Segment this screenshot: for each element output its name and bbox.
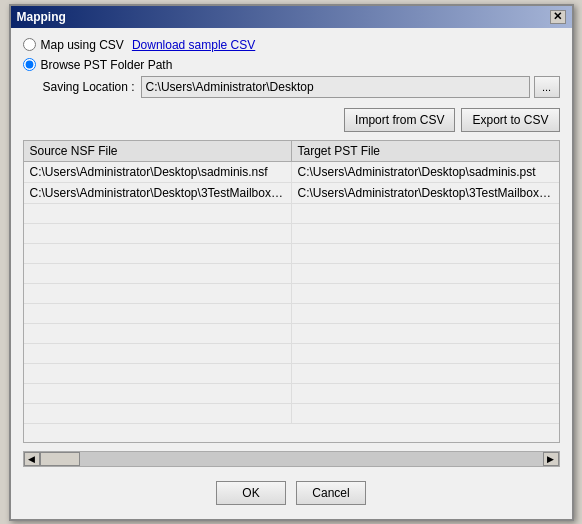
browse-button[interactable]: ...: [534, 76, 560, 98]
ok-cancel-row: OK Cancel: [23, 475, 560, 509]
scroll-left-arrow[interactable]: ◀: [24, 452, 40, 466]
table-body[interactable]: C:\Users\Administrator\Desktop\sadminis.…: [24, 162, 559, 442]
pst-cell: C:\Users\Administrator\Desktop\sadminis.…: [292, 162, 559, 182]
table-row-empty: [24, 324, 559, 344]
table-row-empty: [24, 364, 559, 384]
export-csv-button[interactable]: Export to CSV: [461, 108, 559, 132]
dialog-title: Mapping: [17, 10, 66, 24]
cancel-button[interactable]: Cancel: [296, 481, 366, 505]
table-row-empty: [24, 304, 559, 324]
import-export-row: Import from CSV Export to CSV: [23, 108, 560, 132]
nsf-cell: C:\Users\Administrator\Desktop\sadminis.…: [24, 162, 292, 182]
table-header: Source NSF File Target PST File: [24, 141, 559, 162]
ok-button[interactable]: OK: [216, 481, 286, 505]
table-row-empty: [24, 344, 559, 364]
map-csv-radio[interactable]: [23, 38, 36, 51]
table-row-empty: [24, 404, 559, 424]
col-nsf: Source NSF File: [24, 141, 292, 161]
col-pst: Target PST File: [292, 141, 559, 161]
saving-location-input[interactable]: [141, 76, 530, 98]
table-row[interactable]: C:\Users\Administrator\Desktop\3TestMail…: [24, 183, 559, 204]
import-csv-button[interactable]: Import from CSV: [344, 108, 455, 132]
browse-pst-radio[interactable]: [23, 58, 36, 71]
mapping-dialog: Mapping ✕ Map using CSV Download sample …: [9, 4, 574, 521]
map-csv-row: Map using CSV Download sample CSV: [23, 38, 560, 52]
table-row-empty: [24, 264, 559, 284]
saving-location-row: Saving Location : ...: [43, 76, 560, 98]
scroll-track[interactable]: [40, 452, 543, 466]
close-button[interactable]: ✕: [550, 10, 566, 24]
horizontal-scrollbar[interactable]: ◀ ▶: [23, 451, 560, 467]
table-row-empty: [24, 224, 559, 244]
table-row-empty: [24, 384, 559, 404]
nsf-cell: C:\Users\Administrator\Desktop\3TestMail…: [24, 183, 292, 203]
table-row-empty: [24, 284, 559, 304]
title-bar: Mapping ✕: [11, 6, 572, 28]
download-sample-link[interactable]: Download sample CSV: [132, 38, 255, 52]
map-csv-label: Map using CSV: [41, 38, 124, 52]
table-row[interactable]: C:\Users\Administrator\Desktop\sadminis.…: [24, 162, 559, 183]
saving-location-label: Saving Location :: [43, 80, 135, 94]
scroll-right-arrow[interactable]: ▶: [543, 452, 559, 466]
dialog-body: Map using CSV Download sample CSV Browse…: [11, 28, 572, 519]
table-row-empty: [24, 244, 559, 264]
table-row-empty: [24, 204, 559, 224]
browse-pst-label: Browse PST Folder Path: [41, 58, 173, 72]
mapping-table: Source NSF File Target PST File C:\Users…: [23, 140, 560, 443]
scroll-thumb[interactable]: [40, 452, 80, 466]
browse-pst-row: Browse PST Folder Path: [23, 58, 560, 72]
pst-cell: C:\Users\Administrator\Desktop\3TestMail…: [292, 183, 559, 203]
